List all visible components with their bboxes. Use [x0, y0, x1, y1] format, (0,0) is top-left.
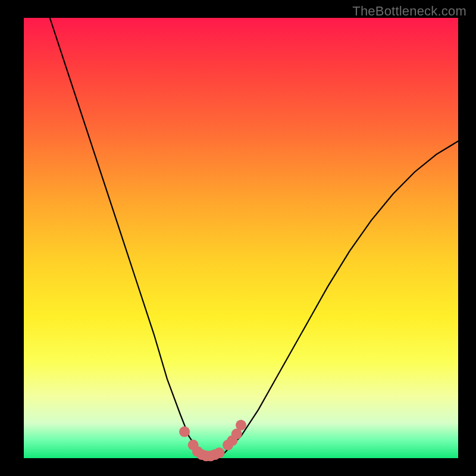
- watermark-text: TheBottleneck.com: [352, 4, 466, 19]
- chart-frame: TheBottleneck.com: [0, 0, 476, 476]
- chart-svg: [24, 18, 458, 458]
- highlight-dot: [179, 427, 190, 437]
- plot-area: [24, 18, 458, 458]
- bottleneck-curve-path: [50, 18, 458, 458]
- highlight-dot: [236, 420, 246, 431]
- highlight-dot: [214, 447, 225, 458]
- highlight-dots-group: [179, 420, 246, 462]
